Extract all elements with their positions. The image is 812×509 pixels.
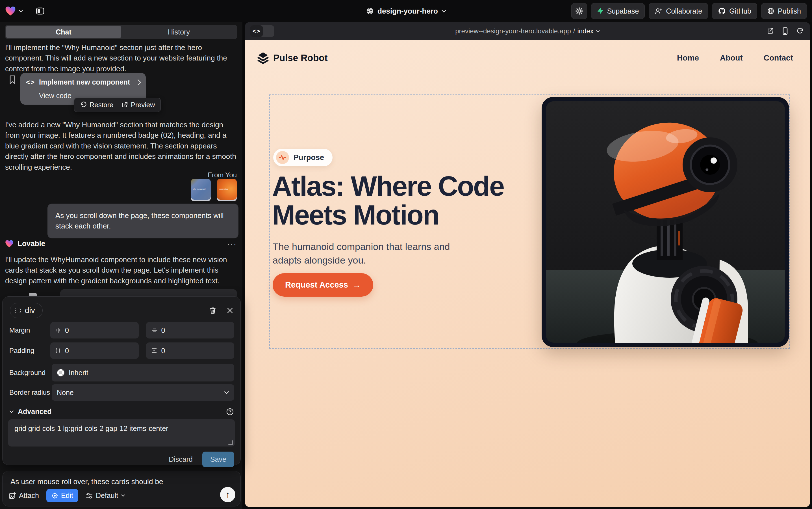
attachment-thumbnail-1[interactable]: why humanoid: [191, 179, 211, 201]
site-brand[interactable]: Pulse Robot: [257, 52, 328, 64]
chat-history-tabs: Chat History: [5, 25, 237, 39]
model-mode-select[interactable]: Default: [86, 491, 125, 500]
github-button[interactable]: GitHub: [712, 3, 757, 19]
message-hover-toolbar: Restore Preview: [74, 98, 161, 112]
hero-image-card: [542, 97, 789, 347]
site-header: Pulse Robot Home About Contact: [257, 47, 793, 69]
margin-label: Margin: [9, 326, 50, 334]
project-name: design-your-hero: [377, 7, 438, 15]
nav-contact[interactable]: Contact: [764, 54, 793, 63]
close-inspector-button[interactable]: [227, 307, 233, 314]
globe-icon: [366, 7, 374, 15]
border-radius-select[interactable]: None: [52, 384, 234, 401]
assistant-message-2: I've added a new "Why Humanoid" section …: [5, 120, 236, 172]
selected-element-chip[interactable]: div: [10, 303, 43, 318]
from-you-label: From You: [208, 171, 237, 179]
site-preview: Pulse Robot Home About Contact Purpose A…: [245, 40, 810, 507]
margin-y-icon: [151, 328, 157, 333]
restore-icon: [80, 102, 87, 108]
topbar: design-your-hero Supabase: [0, 0, 812, 22]
robot-image: [546, 101, 785, 343]
supabase-icon: [597, 7, 604, 15]
classes-textarea[interactable]: grid grid-cols-1 lg:grid-cols-2 gap-12 i…: [8, 419, 235, 446]
delete-element-button[interactable]: [209, 307, 216, 314]
assistant-message-3: I'll update the WhyHumanoid component to…: [5, 254, 233, 286]
publish-button[interactable]: Publish: [761, 3, 807, 19]
arrow-right-icon: →: [353, 280, 361, 290]
code-icon: <>: [26, 78, 35, 86]
border-radius-label: Border radius: [9, 388, 52, 397]
composer-input[interactable]: As user mouse roll over, these cards sho…: [10, 477, 232, 486]
chevron-down-icon: [224, 391, 229, 394]
chevron-down-icon: [596, 30, 600, 33]
hero-subheading: The humanoid companion that learns and a…: [273, 240, 465, 267]
lovable-heart-logo[interactable]: [5, 6, 16, 16]
tab-chat[interactable]: Chat: [6, 26, 121, 38]
purpose-badge: Purpose: [273, 149, 333, 166]
external-link-icon: [121, 102, 128, 108]
code-icon: <>: [250, 25, 263, 37]
preview-header: <> preview--design-your-hero.lovable.app…: [245, 22, 810, 40]
padding-y-icon: [151, 348, 157, 353]
background-input[interactable]: Inherit: [52, 364, 234, 381]
bookmark-icon[interactable]: [8, 75, 16, 84]
margin-x-icon: [56, 327, 61, 333]
lovable-heart-icon: [5, 240, 13, 248]
save-button[interactable]: Save: [202, 451, 234, 467]
project-caret-icon: [441, 10, 446, 13]
site-nav: Home About Contact: [677, 54, 793, 63]
open-in-new-tab-button[interactable]: [767, 27, 774, 35]
padding-label: Padding: [9, 347, 50, 354]
preview-button[interactable]: Preview: [121, 101, 155, 109]
user-message-bubble: As you scroll down the page, these compo…: [47, 204, 238, 238]
supabase-button[interactable]: Supabase: [591, 3, 645, 19]
transparent-swatch-icon: [57, 369, 65, 377]
collaborate-button[interactable]: Collaborate: [649, 3, 708, 19]
restore-button[interactable]: Restore: [80, 101, 113, 109]
edit-mode-button[interactable]: Edit: [46, 489, 78, 502]
padding-x-icon: [56, 347, 61, 354]
attachment-thumbnail-2[interactable]: expanding: [217, 179, 237, 201]
github-icon: [718, 7, 726, 15]
nav-home[interactable]: Home: [677, 54, 699, 63]
discard-button[interactable]: Discard: [169, 455, 193, 464]
message-menu-button[interactable]: ···: [227, 242, 237, 245]
request-access-button[interactable]: Request Access →: [273, 273, 373, 297]
dashed-box-icon: [15, 307, 21, 314]
preview-path: index: [577, 27, 593, 35]
sidebar-toggle-button[interactable]: [33, 4, 47, 18]
refresh-button[interactable]: [797, 27, 804, 35]
margin-x-input[interactable]: 0: [50, 322, 139, 338]
nav-about[interactable]: About: [720, 54, 743, 63]
send-button[interactable]: ↑: [220, 487, 235, 502]
padding-y-input[interactable]: 0: [146, 342, 234, 359]
settings-button[interactable]: [571, 3, 587, 19]
assistant-message-1: I'll implement the "Why Humanoid" sectio…: [5, 42, 234, 74]
logo-caret-icon[interactable]: [19, 10, 23, 12]
pulse-icon: [276, 151, 289, 164]
layers-logo-icon: [257, 52, 269, 64]
margin-y-input[interactable]: 0: [146, 322, 234, 338]
mobile-view-button[interactable]: [782, 27, 788, 35]
preview-panel: <> preview--design-your-hero.lovable.app…: [245, 22, 810, 507]
padding-x-input[interactable]: 0: [50, 342, 139, 359]
collaborate-icon: [655, 7, 663, 15]
tab-history[interactable]: History: [121, 26, 236, 38]
assistant-name: Lovable: [17, 239, 45, 248]
preview-url: preview--design-your-hero.lovable.app: [455, 27, 571, 35]
view-code-link[interactable]: View code: [39, 92, 72, 100]
chat-sidebar: Chat History I'll implement the "Why Hum…: [0, 22, 243, 509]
code-view-toggle[interactable]: <>: [250, 25, 274, 37]
project-selector[interactable]: design-your-hero: [366, 0, 446, 22]
selected-element-outline: Purpose Atlas: Where Code Meets Motion T…: [269, 95, 790, 349]
advanced-toggle[interactable]: Advanced: [9, 407, 51, 416]
send-arrow-icon: ↑: [226, 490, 230, 499]
assistant-header-row: Lovable ···: [5, 239, 237, 248]
chevron-down-icon: [9, 410, 14, 413]
element-tag: div: [25, 306, 35, 315]
preview-url-bar[interactable]: preview--design-your-hero.lovable.app / …: [455, 27, 600, 35]
chevron-down-icon: [121, 494, 125, 497]
help-button[interactable]: [226, 408, 234, 415]
hero-heading: Atlas: Where Code Meets Motion: [272, 172, 515, 230]
attach-button[interactable]: Attach: [9, 491, 39, 500]
